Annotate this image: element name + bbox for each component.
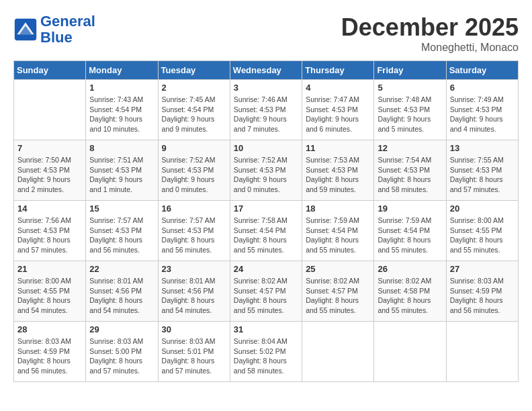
day-number: 6 bbox=[450, 83, 515, 93]
day-number: 1 bbox=[89, 83, 154, 93]
calendar-cell: 5Sunrise: 7:48 AM Sunset: 4:53 PM Daylig… bbox=[374, 80, 446, 140]
logo-line1: General bbox=[40, 13, 95, 30]
calendar-cell: 10Sunrise: 7:52 AM Sunset: 4:53 PM Dayli… bbox=[230, 140, 302, 201]
location-subtitle: Moneghetti, Monaco bbox=[341, 42, 519, 54]
day-info: Sunrise: 7:47 AM Sunset: 4:53 PM Dayligh… bbox=[306, 95, 370, 134]
day-info: Sunrise: 7:58 AM Sunset: 4:54 PM Dayligh… bbox=[234, 216, 298, 255]
day-info: Sunrise: 7:56 AM Sunset: 4:53 PM Dayligh… bbox=[17, 216, 82, 255]
day-info: Sunrise: 7:45 AM Sunset: 4:54 PM Dayligh… bbox=[162, 95, 226, 134]
calendar-cell: 16Sunrise: 7:57 AM Sunset: 4:53 PM Dayli… bbox=[158, 201, 230, 261]
day-info: Sunrise: 7:54 AM Sunset: 4:53 PM Dayligh… bbox=[378, 155, 442, 195]
calendar-cell: 30Sunrise: 8:03 AM Sunset: 5:01 PM Dayli… bbox=[158, 322, 230, 382]
month-title: December 2025 bbox=[341, 13, 519, 42]
day-of-week-header: Sunday bbox=[14, 61, 86, 80]
calendar-cell: 24Sunrise: 8:02 AM Sunset: 4:57 PM Dayli… bbox=[230, 261, 302, 322]
calendar-week-row: 7Sunrise: 7:50 AM Sunset: 4:53 PM Daylig… bbox=[14, 140, 519, 201]
day-info: Sunrise: 7:48 AM Sunset: 4:53 PM Dayligh… bbox=[378, 95, 442, 134]
calendar-cell bbox=[446, 322, 518, 382]
day-info: Sunrise: 7:51 AM Sunset: 4:53 PM Dayligh… bbox=[89, 155, 154, 195]
calendar-cell bbox=[14, 80, 86, 140]
day-number: 24 bbox=[234, 264, 298, 274]
day-info: Sunrise: 8:04 AM Sunset: 5:02 PM Dayligh… bbox=[234, 336, 298, 376]
calendar-cell: 12Sunrise: 7:54 AM Sunset: 4:53 PM Dayli… bbox=[374, 140, 446, 201]
day-info: Sunrise: 8:02 AM Sunset: 4:57 PM Dayligh… bbox=[234, 276, 298, 316]
day-of-week-header: Tuesday bbox=[158, 61, 230, 80]
day-number: 3 bbox=[234, 83, 298, 93]
days-header-row: SundayMondayTuesdayWednesdayThursdayFrid… bbox=[14, 61, 519, 80]
calendar-cell: 29Sunrise: 8:03 AM Sunset: 5:00 PM Dayli… bbox=[86, 322, 158, 382]
calendar-cell: 7Sunrise: 7:50 AM Sunset: 4:53 PM Daylig… bbox=[14, 140, 86, 201]
calendar-cell: 28Sunrise: 8:03 AM Sunset: 4:59 PM Dayli… bbox=[14, 322, 86, 382]
day-number: 27 bbox=[450, 264, 515, 274]
day-info: Sunrise: 8:01 AM Sunset: 4:56 PM Dayligh… bbox=[162, 276, 226, 316]
day-info: Sunrise: 7:53 AM Sunset: 4:53 PM Dayligh… bbox=[306, 155, 370, 195]
day-number: 17 bbox=[234, 203, 298, 214]
day-number: 18 bbox=[306, 203, 370, 214]
day-info: Sunrise: 8:02 AM Sunset: 4:57 PM Dayligh… bbox=[306, 276, 370, 316]
page-header: General Blue December 2025 Moneghetti, M… bbox=[13, 13, 519, 54]
day-of-week-header: Wednesday bbox=[230, 61, 302, 80]
calendar-cell: 3Sunrise: 7:46 AM Sunset: 4:53 PM Daylig… bbox=[230, 80, 302, 140]
day-number: 19 bbox=[378, 203, 442, 214]
calendar-week-row: 21Sunrise: 8:00 AM Sunset: 4:55 PM Dayli… bbox=[14, 261, 519, 322]
calendar-week-row: 14Sunrise: 7:56 AM Sunset: 4:53 PM Dayli… bbox=[14, 201, 519, 261]
day-number: 25 bbox=[306, 264, 370, 274]
calendar-cell: 1Sunrise: 7:43 AM Sunset: 4:54 PM Daylig… bbox=[86, 80, 158, 140]
day-number: 31 bbox=[234, 324, 298, 334]
day-number: 11 bbox=[306, 143, 370, 153]
day-number: 26 bbox=[378, 264, 442, 274]
day-info: Sunrise: 7:59 AM Sunset: 4:54 PM Dayligh… bbox=[378, 216, 442, 255]
day-info: Sunrise: 7:43 AM Sunset: 4:54 PM Dayligh… bbox=[89, 95, 154, 134]
calendar-cell bbox=[374, 322, 446, 382]
calendar-cell: 31Sunrise: 8:04 AM Sunset: 5:02 PM Dayli… bbox=[230, 322, 302, 382]
day-number: 2 bbox=[162, 83, 226, 93]
day-info: Sunrise: 7:57 AM Sunset: 4:53 PM Dayligh… bbox=[89, 216, 154, 255]
calendar-table: SundayMondayTuesdayWednesdayThursdayFrid… bbox=[13, 60, 519, 382]
logo-text: General Blue bbox=[40, 13, 95, 46]
day-number: 10 bbox=[234, 143, 298, 153]
day-info: Sunrise: 7:52 AM Sunset: 4:53 PM Dayligh… bbox=[162, 155, 226, 195]
day-info: Sunrise: 7:52 AM Sunset: 4:53 PM Dayligh… bbox=[234, 155, 298, 195]
day-number: 13 bbox=[450, 143, 515, 153]
day-number: 15 bbox=[89, 203, 154, 214]
calendar-week-row: 1Sunrise: 7:43 AM Sunset: 4:54 PM Daylig… bbox=[14, 80, 519, 140]
day-number: 30 bbox=[162, 324, 226, 334]
logo-line2: Blue bbox=[40, 29, 73, 46]
calendar-cell: 2Sunrise: 7:45 AM Sunset: 4:54 PM Daylig… bbox=[158, 80, 230, 140]
day-info: Sunrise: 7:50 AM Sunset: 4:53 PM Dayligh… bbox=[17, 155, 82, 195]
title-block: December 2025 Moneghetti, Monaco bbox=[341, 13, 519, 54]
logo: General Blue bbox=[13, 13, 95, 46]
day-info: Sunrise: 7:55 AM Sunset: 4:53 PM Dayligh… bbox=[450, 155, 515, 195]
calendar-cell: 15Sunrise: 7:57 AM Sunset: 4:53 PM Dayli… bbox=[86, 201, 158, 261]
calendar-cell: 23Sunrise: 8:01 AM Sunset: 4:56 PM Dayli… bbox=[158, 261, 230, 322]
calendar-cell: 9Sunrise: 7:52 AM Sunset: 4:53 PM Daylig… bbox=[158, 140, 230, 201]
day-number: 7 bbox=[17, 143, 82, 153]
calendar-cell: 6Sunrise: 7:49 AM Sunset: 4:53 PM Daylig… bbox=[446, 80, 518, 140]
day-number: 22 bbox=[89, 264, 154, 274]
day-number: 4 bbox=[306, 83, 370, 93]
calendar-cell: 8Sunrise: 7:51 AM Sunset: 4:53 PM Daylig… bbox=[86, 140, 158, 201]
day-number: 8 bbox=[89, 143, 154, 153]
calendar-cell: 13Sunrise: 7:55 AM Sunset: 4:53 PM Dayli… bbox=[446, 140, 518, 201]
calendar-cell: 22Sunrise: 8:01 AM Sunset: 4:56 PM Dayli… bbox=[86, 261, 158, 322]
day-info: Sunrise: 8:02 AM Sunset: 4:58 PM Dayligh… bbox=[378, 276, 442, 316]
calendar-cell: 19Sunrise: 7:59 AM Sunset: 4:54 PM Dayli… bbox=[374, 201, 446, 261]
day-info: Sunrise: 8:00 AM Sunset: 4:55 PM Dayligh… bbox=[450, 216, 515, 255]
day-info: Sunrise: 8:03 AM Sunset: 4:59 PM Dayligh… bbox=[450, 276, 515, 316]
calendar-cell: 21Sunrise: 8:00 AM Sunset: 4:55 PM Dayli… bbox=[14, 261, 86, 322]
calendar-cell: 11Sunrise: 7:53 AM Sunset: 4:53 PM Dayli… bbox=[302, 140, 374, 201]
day-info: Sunrise: 7:49 AM Sunset: 4:53 PM Dayligh… bbox=[450, 95, 515, 134]
day-info: Sunrise: 7:59 AM Sunset: 4:54 PM Dayligh… bbox=[306, 216, 370, 255]
calendar-cell bbox=[302, 322, 374, 382]
day-info: Sunrise: 7:57 AM Sunset: 4:53 PM Dayligh… bbox=[162, 216, 226, 255]
day-number: 23 bbox=[162, 264, 226, 274]
day-number: 9 bbox=[162, 143, 226, 153]
calendar-week-row: 28Sunrise: 8:03 AM Sunset: 4:59 PM Dayli… bbox=[14, 322, 519, 382]
logo-icon bbox=[13, 17, 38, 42]
calendar-cell: 20Sunrise: 8:00 AM Sunset: 4:55 PM Dayli… bbox=[446, 201, 518, 261]
day-number: 21 bbox=[17, 264, 82, 274]
day-of-week-header: Thursday bbox=[302, 61, 374, 80]
day-info: Sunrise: 8:03 AM Sunset: 5:01 PM Dayligh… bbox=[162, 336, 226, 376]
day-info: Sunrise: 8:01 AM Sunset: 4:56 PM Dayligh… bbox=[89, 276, 154, 316]
day-number: 20 bbox=[450, 203, 515, 214]
